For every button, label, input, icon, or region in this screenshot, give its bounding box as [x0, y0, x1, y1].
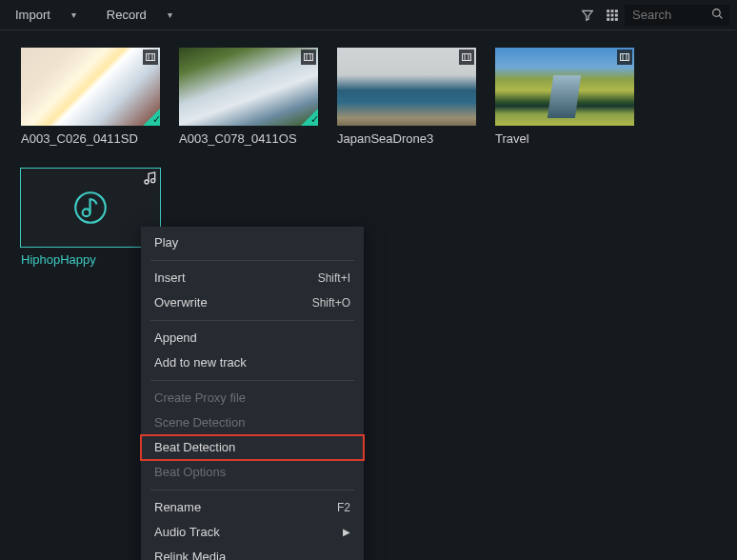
svg-rect-11	[147, 54, 155, 61]
check-icon	[143, 109, 160, 126]
media-label: HiphopHappy	[21, 252, 160, 267]
svg-point-24	[151, 179, 155, 183]
menu-overwrite[interactable]: OverwriteShift+O	[141, 290, 364, 315]
video-badge-icon	[459, 50, 474, 65]
menu-beat-options: Beat Options	[141, 460, 364, 485]
context-menu: Play InsertShift+I OverwriteShift+O Appe…	[141, 227, 364, 560]
svg-rect-2	[615, 10, 618, 12]
submenu-arrow-icon: ▶	[343, 523, 350, 542]
menu-append[interactable]: Append	[141, 326, 364, 350]
media-label: A003_C026_0411SD	[21, 131, 160, 146]
menu-separator	[150, 380, 354, 381]
chevron-down-icon: ▾	[168, 10, 172, 20]
audio-badge-icon	[143, 170, 158, 186]
media-label: Travel	[495, 131, 634, 146]
media-thumbnail[interactable]	[21, 48, 160, 126]
media-thumbnail[interactable]	[179, 48, 318, 126]
media-thumbnail[interactable]	[495, 48, 634, 126]
menu-separator	[150, 490, 354, 490]
svg-rect-3	[607, 13, 609, 16]
media-label: JapanSeaDrone3	[337, 131, 476, 146]
video-badge-icon	[301, 50, 316, 65]
svg-rect-8	[615, 17, 618, 20]
search-input[interactable]	[625, 5, 729, 26]
media-item[interactable]: HiphopHappy	[21, 169, 160, 267]
svg-rect-17	[463, 54, 471, 61]
menu-play[interactable]: Play	[141, 230, 364, 255]
grid-icon[interactable]	[606, 9, 619, 22]
menu-audio-track[interactable]: Audio Track▶	[141, 520, 364, 545]
svg-rect-1	[611, 10, 614, 12]
media-grid: A003_C026_0411SD A003_C078_0411OS JapanS…	[0, 30, 737, 284]
search-wrap	[625, 5, 729, 26]
menu-beat-detection[interactable]: Beat Detection	[141, 435, 364, 460]
import-button[interactable]: Import ▾	[8, 4, 84, 26]
record-button[interactable]: Record ▾	[99, 4, 180, 26]
check-icon	[301, 109, 318, 126]
menu-add-to-new-track[interactable]: Add to new track	[141, 350, 364, 375]
media-thumbnail[interactable]	[337, 48, 476, 126]
svg-rect-6	[607, 17, 609, 20]
media-thumbnail[interactable]	[21, 169, 160, 247]
video-badge-icon	[143, 50, 158, 65]
import-label: Import	[15, 8, 50, 22]
menu-separator	[150, 260, 354, 261]
media-item[interactable]: A003_C026_0411SD	[21, 48, 160, 146]
media-item[interactable]: A003_C078_0411OS	[179, 48, 318, 146]
record-label: Record	[107, 8, 147, 22]
menu-relink-media[interactable]: Relink Media	[141, 545, 364, 560]
svg-rect-20	[621, 54, 629, 61]
video-badge-icon	[617, 50, 632, 65]
music-note-icon	[70, 188, 110, 228]
svg-rect-7	[611, 17, 614, 20]
svg-rect-5	[615, 13, 618, 16]
menu-scene-detection: Scene Detection	[141, 410, 364, 435]
media-item[interactable]: Travel	[495, 48, 634, 146]
svg-rect-0	[607, 10, 609, 12]
menu-create-proxy: Create Proxy file	[141, 386, 364, 410]
media-item[interactable]: JapanSeaDrone3	[337, 48, 476, 146]
toolbar: Import ▾ Record ▾	[0, 0, 737, 30]
chevron-down-icon: ▾	[71, 10, 76, 20]
media-label: A003_C078_0411OS	[179, 131, 318, 146]
svg-point-23	[145, 180, 149, 184]
svg-rect-4	[611, 13, 614, 16]
svg-rect-14	[305, 54, 313, 61]
menu-separator	[150, 320, 354, 321]
menu-insert[interactable]: InsertShift+I	[141, 266, 364, 290]
filter-icon[interactable]	[581, 9, 594, 22]
menu-rename[interactable]: RenameF2	[141, 495, 364, 520]
svg-point-26	[83, 209, 90, 216]
